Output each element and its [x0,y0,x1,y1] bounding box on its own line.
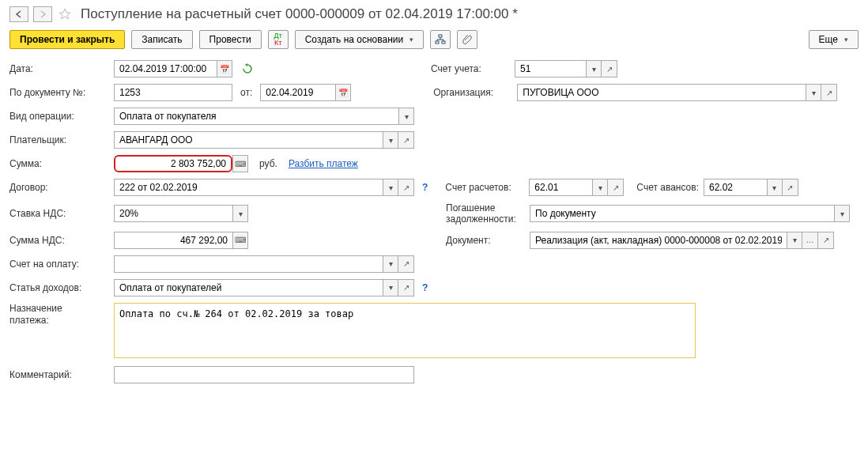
document-input[interactable] [530,232,787,249]
comment-label: Комментарий: [9,369,109,380]
split-payment-link[interactable]: Разбить платеж [289,158,358,169]
contract-input[interactable] [114,179,383,196]
dropdown-icon[interactable]: ▾ [383,255,398,273]
nav-back-button[interactable] [9,6,28,22]
sum-input[interactable] [114,155,232,172]
calendar-icon[interactable]: 📅 [217,60,232,77]
post-and-close-button[interactable]: Провести и закрыть [9,30,125,49]
hierarchy-icon [435,34,446,45]
vat-rate-label: Ставка НДС: [9,208,109,219]
dropdown-icon[interactable]: ▾ [787,232,802,249]
sum-label: Сумма: [9,158,109,169]
dropdown-icon[interactable]: ▾ [398,108,414,125]
open-icon[interactable]: ↗ [818,232,834,249]
attachment-button[interactable] [457,30,477,49]
structure-button[interactable] [430,30,451,49]
arrow-right-icon [39,10,47,18]
from-label: от: [240,87,252,98]
dropdown-icon[interactable]: ▾ [232,205,248,222]
paperclip-icon [462,34,473,45]
org-label: Организация: [433,87,512,98]
dropdown-icon[interactable]: ▾ [586,60,602,77]
arrow-left-icon [15,10,23,18]
calc-icon[interactable]: ⌨ [232,232,248,249]
dropdown-icon[interactable]: ▾ [592,179,608,196]
svg-rect-1 [436,41,439,43]
open-icon[interactable]: ↗ [398,179,414,196]
date-label: Дата: [9,63,109,74]
op-type-label: Вид операции: [9,111,109,122]
doc-no-label: По документу №: [9,87,109,98]
svg-rect-2 [442,41,445,43]
payer-label: Плательщик: [9,134,109,145]
open-icon[interactable]: ↗ [602,60,617,77]
dropdown-icon[interactable]: ▾ [806,84,821,101]
advance-acc-label: Счет авансов: [636,182,699,193]
open-icon[interactable]: ↗ [783,179,798,196]
org-input[interactable] [517,84,806,101]
create-based-on-button[interactable]: Создать на основании [295,30,425,49]
rub-label: руб. [259,158,277,169]
debt-pay-input[interactable] [530,205,834,222]
save-button[interactable]: Записать [131,30,192,49]
invoice-input[interactable] [114,255,383,273]
settle-acc-label: Счет расчетов: [445,182,524,193]
doc-date-input[interactable] [260,84,335,101]
comment-input[interactable] [114,366,414,383]
open-icon[interactable]: ↗ [398,131,414,149]
date-input[interactable] [114,60,217,77]
dt-kt-button[interactable]: ДтКт [268,30,289,49]
payer-input[interactable] [114,131,383,149]
settle-acc-input[interactable] [529,179,592,196]
open-icon[interactable]: ↗ [821,84,837,101]
calendar-icon[interactable]: 📅 [335,84,351,101]
favorite-star-icon[interactable] [57,6,73,22]
income-item-label: Статья доходов: [9,282,109,293]
purpose-textarea[interactable] [114,303,696,358]
help-icon[interactable]: ? [422,182,428,193]
nav-forward-button[interactable] [33,6,52,22]
open-icon[interactable]: ↗ [398,255,414,273]
account-input[interactable] [515,60,586,77]
vat-rate-input[interactable] [114,205,232,222]
open-icon[interactable]: ↗ [608,179,624,196]
op-type-input[interactable] [114,108,398,125]
calc-icon[interactable]: ⌨ [232,155,248,172]
more-button[interactable]: Еще [809,30,859,49]
debt-pay-label: Погашениезадолженности: [446,202,525,225]
purpose-label: Назначениеплатежа: [9,303,109,327]
account-label: Счет учета: [431,63,510,74]
income-item-input[interactable] [114,279,383,296]
help-icon[interactable]: ? [422,282,428,293]
open-icon[interactable]: ↗ [398,279,414,296]
page-title: Поступление на расчетный счет 0000-00000… [81,6,518,22]
vat-sum-input[interactable] [114,232,232,249]
post-button[interactable]: Провести [199,30,262,49]
dropdown-icon[interactable]: ▾ [834,205,850,222]
svg-rect-0 [439,35,442,37]
dropdown-icon[interactable]: ▾ [383,279,398,296]
doc-no-input[interactable] [114,84,232,101]
dropdown-icon[interactable]: ▾ [383,131,398,149]
dropdown-icon[interactable]: ▾ [383,179,398,196]
refresh-icon[interactable] [242,63,253,74]
dropdown-icon[interactable]: ▾ [767,179,783,196]
invoice-label: Счет на оплату: [9,259,109,270]
contract-label: Договор: [9,182,109,193]
vat-sum-label: Сумма НДС: [9,235,109,246]
select-icon[interactable]: … [802,232,818,249]
document-label: Документ: [446,235,525,246]
advance-acc-input[interactable] [704,179,767,196]
